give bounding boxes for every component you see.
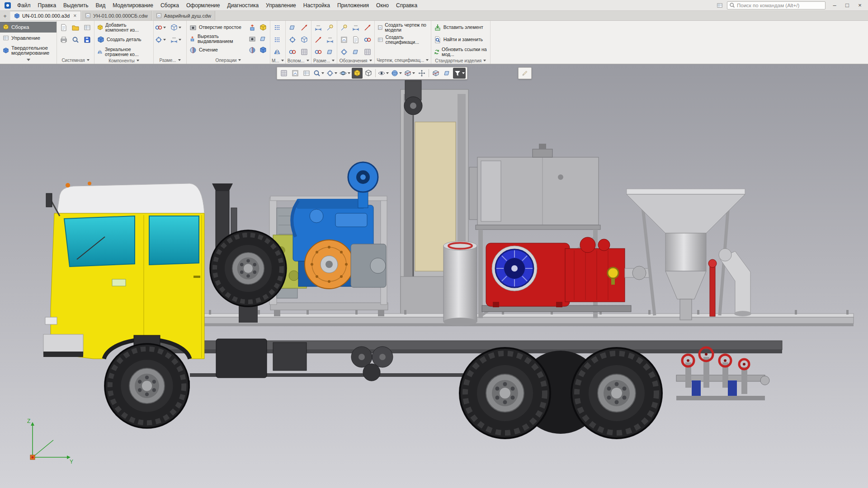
menu-modeling[interactable]: Моделирование — [109, 1, 157, 10]
update-links-button[interactable]: Обновить ссылки на мод... — [433, 46, 489, 57]
mode-solid-modeling[interactable]: Твердотельное моделирование — [0, 43, 57, 58]
new-document-button[interactable] — [58, 22, 69, 33]
radial-dimension-button[interactable] — [325, 34, 335, 45]
view-arrow-button[interactable] — [362, 22, 373, 33]
draft-button[interactable] — [247, 44, 258, 56]
linear-dimension-button[interactable] — [313, 22, 324, 33]
rib-button[interactable] — [258, 33, 269, 44]
chassis-frame[interactable] — [108, 341, 782, 399]
hole-table-button[interactable] — [350, 46, 361, 57]
linear-array-button[interactable] — [272, 22, 283, 33]
fillet-button[interactable] — [258, 22, 269, 33]
mode-management[interactable]: Управление — [0, 33, 57, 43]
cut-extrude-button[interactable]: Вырезать выдавливанием — [188, 33, 246, 44]
construction-axis-button[interactable] — [299, 22, 310, 33]
group-label-drawing[interactable]: Чертеж, спецификац... — [376, 56, 429, 64]
recent-documents-button[interactable] — [82, 22, 93, 33]
hide-show-button[interactable] — [377, 68, 390, 79]
rear-wheel-2[interactable] — [571, 348, 662, 438]
snap-settings-button[interactable] — [278, 68, 289, 79]
preview-button[interactable] — [70, 34, 81, 45]
base-designation-button[interactable] — [339, 34, 349, 45]
truck-cab[interactable] — [43, 182, 204, 359]
move-component-button[interactable] — [416, 68, 427, 79]
platform-deck[interactable] — [204, 310, 854, 326]
print-button[interactable] — [58, 34, 69, 45]
new-document-tab-button[interactable]: + — [1, 12, 9, 20]
create-part-button[interactable]: Создать деталь — [96, 34, 152, 45]
local-cs-button[interactable] — [299, 34, 310, 45]
menu-select[interactable]: Выделить — [60, 1, 92, 10]
boss-button[interactable] — [258, 44, 269, 56]
open-document-button[interactable] — [70, 22, 81, 33]
rear-wheel-1[interactable] — [460, 348, 550, 438]
datum-button[interactable] — [313, 46, 324, 57]
tab-assembly-document[interactable]: UN-01.00.00.000.a3d × — [10, 11, 81, 20]
hopper[interactable] — [627, 189, 751, 320]
menu-layout[interactable]: Оформление — [183, 1, 223, 10]
minimize-button[interactable]: – — [828, 0, 841, 10]
deck-engine[interactable] — [269, 162, 388, 316]
group-label-placement[interactable]: Разме... — [155, 56, 185, 64]
leader-button[interactable] — [339, 22, 349, 33]
mate-distance-button[interactable] — [170, 34, 181, 45]
truck-model[interactable] — [0, 64, 868, 488]
extrude-button[interactable] — [247, 22, 258, 33]
menu-window[interactable]: Окно — [373, 1, 392, 10]
group-label-operations[interactable]: Операции — [188, 56, 269, 64]
mate-parallel-button[interactable] — [170, 22, 181, 33]
layout-settings-button[interactable] — [301, 68, 312, 79]
group-label-designations[interactable]: Обозначения — [339, 57, 373, 64]
menu-edit[interactable]: Правка — [34, 1, 60, 10]
section-view-button[interactable] — [430, 68, 441, 79]
tab-drawing-document[interactable]: УН-01.00.00.000СБ.cdw — [81, 11, 152, 20]
menu-help[interactable]: Справка — [392, 1, 421, 10]
center-line-button[interactable] — [339, 46, 349, 57]
zoom-tool-button[interactable] — [312, 68, 325, 79]
group-label-standard[interactable]: Стандартные изделия — [433, 57, 489, 64]
cylindrical-tank[interactable] — [443, 241, 477, 326]
menu-diagnostics[interactable]: Диагностика — [224, 1, 263, 10]
3d-viewport[interactable]: Z Y — [0, 64, 868, 488]
interface-panels-icon[interactable] — [715, 1, 724, 9]
add-component-button[interactable]: Добавить компонент из... — [96, 22, 152, 33]
surface-finish-button[interactable] — [350, 22, 361, 33]
orientation-cube-button[interactable] — [352, 68, 363, 79]
menu-applications[interactable]: Приложения — [334, 1, 373, 10]
menu-view[interactable]: Вид — [92, 1, 109, 10]
display-style-button[interactable] — [390, 68, 403, 79]
save-button[interactable] — [82, 34, 93, 45]
sketch-edit-button[interactable] — [519, 68, 530, 79]
group-label-auxiliary[interactable]: Вспом... — [287, 57, 310, 64]
mirror-component-button[interactable]: Зеркальное отражение ко... — [96, 46, 152, 57]
filter-objects-button[interactable] — [453, 68, 466, 79]
control-grid-button[interactable] — [299, 46, 310, 57]
menu-file[interactable]: Файл — [14, 1, 34, 10]
maximize-button[interactable]: □ — [841, 0, 854, 10]
spline-button[interactable] — [287, 46, 298, 57]
group-label-array[interactable]: М... — [272, 57, 284, 64]
shell-button[interactable] — [247, 33, 258, 44]
menu-management[interactable]: Управление — [262, 1, 300, 10]
construction-plane-button[interactable] — [287, 22, 298, 33]
mode-assembly[interactable]: Сборка — [0, 22, 57, 33]
rear-manifold[interactable] — [676, 347, 769, 400]
orbit-tool-button[interactable] — [339, 68, 351, 79]
insert-element-button[interactable]: Вставить элемент — [433, 22, 489, 33]
front-wheel[interactable] — [105, 344, 189, 428]
select-tool-button[interactable] — [326, 68, 338, 79]
construction-point-button[interactable] — [287, 34, 298, 45]
command-search-input[interactable] — [737, 3, 823, 8]
projection-mode-button[interactable] — [363, 68, 374, 79]
angular-dimension-button[interactable] — [313, 34, 324, 45]
menu-settings[interactable]: Настройка — [300, 1, 334, 10]
close-button[interactable]: × — [854, 0, 866, 10]
section-button[interactable]: Сечение — [188, 44, 246, 56]
leader-note-button[interactable] — [325, 22, 335, 33]
menu-assembly[interactable]: Сборка — [157, 1, 183, 10]
clip-view-button[interactable] — [403, 68, 416, 79]
simple-hole-button[interactable]: Отверстие простое — [188, 22, 246, 33]
create-drawing-button[interactable]: Создать чертеж по модели — [376, 22, 429, 33]
mate-angle-button[interactable] — [155, 34, 166, 45]
circular-array-button[interactable] — [272, 34, 283, 45]
